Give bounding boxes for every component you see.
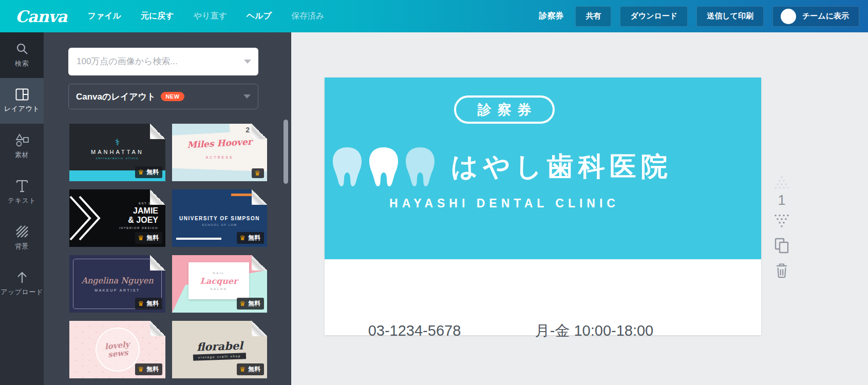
- crown-icon: ♛: [254, 170, 260, 177]
- menu-undo[interactable]: 元に戻す: [141, 11, 174, 22]
- sidebar-item-layouts[interactable]: レイアウト: [0, 78, 44, 124]
- tooth-icon: [368, 146, 400, 187]
- text-icon: [15, 179, 29, 192]
- layouts-icon: [15, 88, 29, 101]
- image-search-input[interactable]: [68, 56, 244, 67]
- free-badge: ♛無料: [135, 232, 162, 244]
- sidebar-label: 背景: [15, 242, 29, 251]
- download-button[interactable]: ダウンロード: [620, 6, 688, 27]
- template-lacquer[interactable]: NAIL Lacquer SALON ♛無料: [172, 255, 267, 313]
- sidebar-label: 検索: [15, 59, 29, 68]
- accent-bar: [231, 194, 254, 196]
- caduceus-icon: ⚕: [115, 138, 120, 147]
- move-page-up-icon[interactable]: [771, 175, 792, 188]
- sidebar-rail: 検索 レイアウト 素材 テキスト 背景: [0, 32, 44, 385]
- menu-file[interactable]: ファイル: [87, 11, 121, 22]
- free-badge: ♛無料: [135, 298, 162, 310]
- clinic-name-en[interactable]: HAYASHI DENTAL CLINIC: [325, 197, 684, 210]
- chevron-down-icon[interactable]: [244, 60, 251, 64]
- sidebar-label: アップロード: [1, 287, 43, 297]
- menu-help[interactable]: ヘルプ: [247, 11, 272, 22]
- sidebar-label: 素材: [15, 150, 29, 160]
- template-miles-hoover[interactable]: Miles Hoover ACTRESS 2 ♛: [172, 124, 267, 181]
- crown-icon: ♛: [138, 235, 144, 241]
- template-angelina-nguyen[interactable]: Angelina Nguyen MAKEUP ARTIST ♛無料: [69, 255, 165, 313]
- design-content: 診察券 はやし歯科医院 HAYASHI DENTAL CLINIC: [325, 78, 684, 335]
- move-page-down-icon[interactable]: [771, 215, 792, 228]
- sidebar-item-search[interactable]: 検索: [0, 32, 44, 78]
- sidebar-item-uploads[interactable]: アップロード: [0, 261, 44, 306]
- crown-icon: ♛: [239, 366, 246, 373]
- template-florabel[interactable]: florabel vintage craft shop ♛無料: [172, 321, 267, 378]
- chevron-graphic: [69, 189, 105, 247]
- template-title: florabel: [196, 339, 243, 353]
- template-title: JAMIE& JOEY: [128, 206, 158, 224]
- info-left-column: 03-1234-5678 木曜日休診: [325, 272, 504, 335]
- layout-category-dropdown[interactable]: Canvaのレイアウト NEW: [68, 84, 258, 109]
- page-curl: [252, 255, 267, 271]
- page-curl: [150, 321, 165, 336]
- search-icon: [15, 42, 29, 55]
- background-icon: [15, 225, 29, 238]
- delete-page-icon[interactable]: [775, 263, 788, 278]
- image-search-box: [68, 48, 258, 75]
- template-manhattan[interactable]: ⚕ MANHATTAN chiropractic clinic ♛無料: [69, 124, 165, 181]
- template-jamie-joey[interactable]: EST.1990 JAMIE& JOEY INTERIOR DESIGN ♛無料: [69, 189, 165, 247]
- free-badge: ♛無料: [135, 166, 162, 178]
- free-badge: ♛: [252, 168, 264, 178]
- show-team-button[interactable]: チームに表示: [772, 6, 859, 27]
- editor-canvas[interactable]: 診察券 はやし歯科医院 HAYASHI DENTAL CLINIC: [291, 32, 868, 385]
- share-button[interactable]: 共有: [575, 6, 611, 27]
- brush-stroke: [172, 124, 230, 136]
- teeth-icons: [331, 146, 441, 187]
- send-print-button[interactable]: 送信して印刷: [696, 6, 764, 27]
- sidebar-label: レイアウト: [4, 104, 40, 113]
- template-pretitle: NAIL: [213, 272, 224, 275]
- inner-card: NAIL Lacquer SALON: [188, 262, 249, 299]
- menu-redo[interactable]: やり直す: [194, 11, 227, 22]
- page-curl: [150, 124, 165, 139]
- clinic-name-row[interactable]: はやし歯科医院: [331, 143, 684, 190]
- template-subtitle: SCHOOL OF LAW: [202, 223, 237, 226]
- template-title: MANHATTAN: [91, 149, 144, 155]
- clinic-info[interactable]: 03-1234-5678 木曜日休診 月-金 10:00-18:00 土 10:…: [325, 259, 684, 335]
- template-university-simpson[interactable]: UNIVERSITY OF SIMPSON SCHOOL OF LAW ♛無料: [172, 189, 267, 247]
- circle-frame: lovely sews: [93, 325, 142, 374]
- template-title: Lacquer: [200, 276, 238, 286]
- template-subtitle: ACTRESS: [172, 156, 267, 159]
- panel-scrollbar[interactable]: [284, 120, 288, 184]
- card-badge[interactable]: 診察券: [454, 95, 555, 124]
- new-badge: NEW: [161, 92, 184, 101]
- chevron-down-icon: [243, 94, 251, 99]
- crown-icon: ♛: [138, 169, 144, 176]
- phone-number: 03-1234-5678: [325, 319, 504, 342]
- tooth-icon: [331, 146, 363, 187]
- template-subtitle: vintage craft shop: [193, 353, 247, 361]
- free-badge: ♛無料: [237, 232, 264, 244]
- sidebar-item-text[interactable]: テキスト: [0, 169, 44, 215]
- sidebar-label: テキスト: [8, 196, 36, 205]
- template-subtitle: SALON: [211, 287, 228, 291]
- duplicate-page-icon[interactable]: [774, 237, 789, 254]
- main-menu: ファイル 元に戻す やり直す ヘルプ 保存済み: [87, 11, 324, 22]
- canva-logo[interactable]: Canva: [15, 7, 67, 26]
- dropdown-label: Canvaのレイアウト: [76, 91, 156, 103]
- upload-icon: [15, 271, 29, 284]
- page-count: 2: [246, 126, 250, 134]
- design-page[interactable]: 診察券 はやし歯科医院 HAYASHI DENTAL CLINIC: [325, 78, 761, 335]
- free-badge: ♛無料: [237, 363, 264, 375]
- clinic-name: はやし歯科医院: [451, 149, 672, 185]
- tooth-icon: [404, 146, 436, 187]
- sidebar-item-background[interactable]: 背景: [0, 215, 44, 261]
- page-curl: [150, 189, 165, 205]
- saved-status: 保存済み: [291, 11, 324, 22]
- template-title-line2: sews: [107, 349, 128, 359]
- template-subtitle: INTERIOR DESIGN: [119, 226, 158, 229]
- show-team-label: チームに表示: [802, 11, 849, 21]
- sidebar-item-elements[interactable]: 素材: [0, 124, 44, 169]
- template-subtitle: chiropractic clinic: [96, 157, 139, 160]
- crown-icon: ♛: [138, 300, 144, 307]
- template-lovely-sews[interactable]: lovely sews ♛無料: [69, 321, 165, 378]
- page-curl: [252, 189, 267, 205]
- template-title: UNIVERSITY OF SIMPSON: [179, 216, 260, 221]
